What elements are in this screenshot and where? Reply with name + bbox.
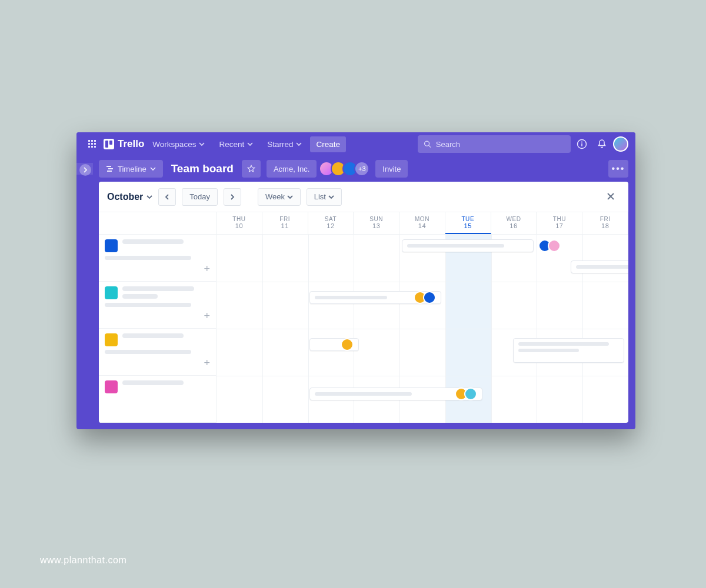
timeline-controls: October Today Week List — [99, 182, 628, 212]
bell-icon — [597, 139, 607, 149]
svg-rect-1 — [91, 140, 93, 142]
member-avatar[interactable] — [464, 387, 477, 400]
trello-logo-icon — [104, 139, 114, 149]
today-button[interactable]: Today — [182, 188, 218, 206]
view-switcher-label: Timeline — [118, 165, 146, 173]
search-input[interactable] — [436, 140, 565, 149]
account-avatar[interactable] — [613, 136, 628, 152]
chevron-down-icon — [146, 194, 152, 200]
invite-label: Invite — [382, 165, 401, 173]
range-dropdown[interactable]: Week — [258, 188, 301, 206]
chevron-right-icon — [229, 194, 235, 200]
timeline-leftcol: + + + — [99, 212, 217, 423]
svg-rect-11 — [109, 141, 112, 145]
workspace-name: Acme, Inc. — [274, 165, 309, 173]
chevron-left-icon — [164, 194, 170, 200]
timeline-card[interactable] — [309, 338, 359, 351]
board-bar: Timeline Team board Acme, Inc. +3 Invite… — [76, 156, 635, 182]
day-header[interactable]: SAT12 — [308, 212, 354, 234]
brand[interactable]: Trello — [104, 138, 144, 150]
list-row[interactable]: + — [99, 235, 216, 282]
chevron-down-icon — [287, 194, 293, 200]
svg-rect-10 — [105, 141, 108, 148]
svg-rect-9 — [104, 139, 114, 149]
svg-rect-16 — [106, 166, 111, 167]
info-icon — [577, 139, 587, 149]
board-menu-button[interactable]: ••• — [608, 160, 628, 178]
list-row[interactable]: + — [99, 329, 216, 376]
chevron-down-icon — [150, 166, 156, 172]
search-icon — [424, 140, 431, 148]
svg-rect-18 — [107, 171, 112, 172]
day-header[interactable]: THU10 — [217, 212, 262, 234]
search-box[interactable] — [418, 135, 571, 153]
svg-rect-15 — [581, 143, 582, 146]
create-button-label: Create — [316, 140, 340, 149]
add-card-button[interactable]: + — [204, 263, 210, 275]
chevron-down-icon — [247, 141, 253, 147]
timeline-card[interactable] — [309, 387, 482, 400]
svg-rect-5 — [94, 143, 96, 145]
board-title[interactable]: Team board — [169, 162, 236, 175]
member-avatar[interactable] — [548, 239, 561, 252]
star-board-button[interactable] — [242, 160, 261, 178]
svg-point-12 — [425, 141, 429, 146]
expand-sidebar-button[interactable] — [79, 164, 91, 176]
member-overflow[interactable]: +3 — [354, 161, 369, 176]
next-button[interactable] — [224, 188, 241, 206]
timeline-panel: October Today Week List — [99, 182, 628, 423]
list-row[interactable] — [99, 376, 216, 423]
day-header[interactable]: FRI18 — [582, 212, 628, 234]
list-icon — [105, 286, 118, 299]
close-button[interactable] — [601, 187, 620, 207]
info-button[interactable] — [573, 135, 591, 153]
member-avatar[interactable] — [341, 338, 354, 351]
close-icon — [606, 192, 615, 201]
view-switcher[interactable]: Timeline — [99, 160, 163, 178]
apps-grid-icon[interactable] — [84, 135, 101, 153]
invite-button[interactable]: Invite — [375, 160, 408, 178]
ellipsis-icon: ••• — [612, 163, 625, 174]
timeline-card[interactable] — [571, 260, 628, 273]
page-watermark: www.plannthat.com — [40, 555, 126, 566]
list-icon — [105, 380, 118, 393]
list-row[interactable]: + — [99, 282, 216, 329]
svg-point-14 — [581, 141, 582, 142]
display-dropdown[interactable]: List — [307, 188, 342, 206]
calendar-body[interactable] — [217, 235, 628, 423]
day-header[interactable]: THU17 — [537, 212, 582, 234]
topnav: Trello Workspaces Recent Starred Create — [76, 132, 635, 156]
day-header[interactable]: WED16 — [491, 212, 537, 234]
timeline-card[interactable] — [402, 239, 534, 252]
chevron-down-icon — [328, 194, 334, 200]
star-icon — [247, 165, 255, 173]
sidebar-collapsed — [76, 163, 93, 175]
month-picker[interactable]: October — [107, 192, 152, 202]
workspace-pill[interactable]: Acme, Inc. — [267, 160, 317, 178]
svg-rect-0 — [88, 140, 90, 142]
notifications-button[interactable] — [593, 135, 611, 153]
svg-rect-8 — [94, 146, 96, 148]
timeline-card[interactable] — [309, 291, 441, 304]
day-header[interactable]: SUN13 — [354, 212, 399, 234]
timeline-card[interactable] — [513, 338, 624, 363]
range-label: Week — [265, 192, 285, 201]
timeline-rightcol: THU10FRI11SAT12SUN13MON14TUE15WED16THU17… — [217, 212, 628, 423]
nav-workspaces-label: Workspaces — [152, 140, 196, 149]
create-button[interactable]: Create — [310, 136, 346, 152]
timeline-icon — [106, 165, 114, 173]
day-header[interactable]: MON14 — [399, 212, 445, 234]
list-icon — [105, 239, 118, 252]
nav-workspaces[interactable]: Workspaces — [146, 136, 211, 152]
prev-button[interactable] — [158, 188, 176, 206]
nav-recent[interactable]: Recent — [213, 136, 259, 152]
day-header[interactable]: FRI11 — [262, 212, 308, 234]
svg-rect-17 — [108, 168, 113, 169]
day-header[interactable]: TUE15 — [445, 212, 491, 234]
add-card-button[interactable]: + — [204, 357, 210, 369]
nav-starred[interactable]: Starred — [261, 136, 308, 152]
board-members[interactable]: +3 — [322, 161, 369, 176]
member-avatar[interactable] — [423, 291, 436, 304]
add-card-button[interactable]: + — [204, 310, 210, 322]
chevron-down-icon — [296, 141, 302, 147]
